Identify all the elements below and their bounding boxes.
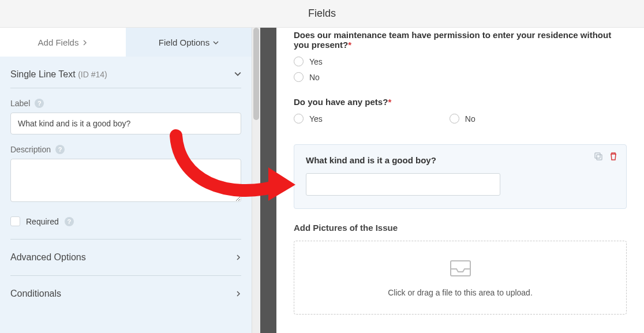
left-panel: Add Fields Field Options Single Line Tex…: [0, 28, 252, 333]
description-input[interactable]: [10, 159, 241, 202]
question-pets: Do you have any pets?* Yes No: [294, 97, 627, 129]
left-scrollbar[interactable]: [252, 28, 260, 333]
required-checkbox[interactable]: [10, 216, 20, 226]
radio-icon[interactable]: [294, 72, 304, 82]
label-row: Label ?: [10, 88, 241, 134]
field-type-name: Single Line Text: [10, 69, 76, 79]
tab-add-label: Add Fields: [38, 38, 79, 47]
file-dropzone[interactable]: Click or drag a file to this area to upl…: [294, 241, 627, 315]
help-icon[interactable]: ?: [65, 217, 74, 226]
field-actions: [594, 152, 618, 161]
question-label: Does our maintenance team have permissio…: [294, 30, 627, 50]
chevron-down-icon: [234, 70, 241, 79]
field-type-header[interactable]: Single Line Text (ID #14): [10, 57, 241, 88]
required-row: Required ?: [10, 204, 241, 240]
description-heading: Description: [10, 145, 51, 154]
app-body: Add Fields Field Options Single Line Tex…: [0, 28, 644, 333]
radio-label: No: [309, 73, 320, 82]
advanced-options-label: Advanced Options: [10, 252, 86, 263]
radio-option[interactable]: No: [294, 72, 627, 82]
help-icon[interactable]: ?: [55, 145, 65, 154]
label-input[interactable]: [10, 113, 241, 134]
upload-label: Add Pictures of the Issue: [294, 223, 627, 233]
radio-label: Yes: [309, 57, 323, 66]
label-heading: Label: [10, 99, 30, 108]
page-header: Fields: [0, 0, 644, 28]
field-id-label: (ID #14): [78, 70, 107, 79]
radio-icon[interactable]: [294, 57, 304, 66]
tab-field-options[interactable]: Field Options: [126, 28, 252, 57]
radio-icon[interactable]: [294, 114, 304, 124]
radio-icon[interactable]: [450, 114, 459, 124]
radio-label: Yes: [309, 114, 323, 124]
radio-option[interactable]: Yes: [294, 57, 627, 66]
selected-field[interactable]: What kind and is it a good boy?: [294, 144, 627, 209]
svg-rect-1: [597, 155, 602, 160]
trash-icon[interactable]: [609, 152, 618, 161]
selected-field-label: What kind and is it a good boy?: [306, 155, 615, 165]
description-row: Description ?: [10, 134, 241, 204]
question-permission: Does our maintenance team have permissio…: [294, 30, 627, 82]
required-star: *: [348, 40, 351, 50]
chevron-right-icon: [235, 289, 241, 299]
help-icon[interactable]: ?: [35, 99, 44, 108]
advanced-options-row[interactable]: Advanced Options: [10, 240, 241, 276]
dropzone-hint: Click or drag a file to this area to upl…: [388, 288, 533, 297]
conditionals-label: Conditionals: [10, 289, 61, 299]
field-type-title: Single Line Text (ID #14): [10, 69, 107, 80]
required-star: *: [388, 97, 391, 107]
panel-divider: [260, 28, 276, 333]
scrollbar-thumb[interactable]: [253, 28, 259, 120]
tab-options-label: Field Options: [159, 38, 209, 47]
tabs: Add Fields Field Options: [0, 28, 252, 57]
duplicate-icon[interactable]: [594, 152, 603, 161]
radio-option[interactable]: No: [450, 114, 475, 124]
conditionals-row[interactable]: Conditionals: [10, 276, 241, 312]
radio-label: No: [465, 114, 475, 124]
selected-field-input[interactable]: [306, 173, 500, 196]
tab-add-fields[interactable]: Add Fields: [0, 28, 126, 57]
upload-block: Add Pictures of the Issue Click or drag …: [294, 223, 627, 315]
field-options-panel: Single Line Text (ID #14) Label ? Descri…: [0, 57, 252, 333]
required-label: Required: [26, 217, 59, 226]
svg-rect-0: [595, 153, 600, 158]
chevron-down-icon: [213, 38, 219, 47]
radio-option[interactable]: Yes: [294, 114, 323, 124]
inbox-icon: [449, 259, 472, 280]
chevron-right-icon: [82, 38, 88, 47]
chevron-right-icon: [235, 252, 241, 263]
question-label: Do you have any pets?*: [294, 97, 627, 107]
page-title: Fields: [308, 8, 336, 20]
form-preview: Does our maintenance team have permissio…: [276, 28, 644, 333]
